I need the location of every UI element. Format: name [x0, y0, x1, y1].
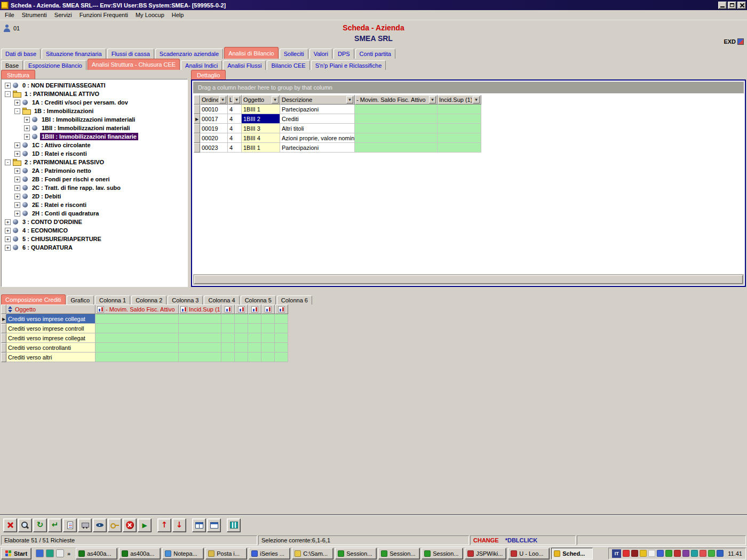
task-session[interactable]: Session... — [422, 548, 463, 559]
tab-colonna-4[interactable]: Colonna 4 — [204, 295, 239, 305]
cell-extra[interactable] — [248, 314, 261, 324]
delete-button[interactable] — [3, 518, 17, 532]
tab-valori[interactable]: Valori — [309, 49, 332, 59]
tray-icon[interactable] — [623, 550, 630, 557]
cell-extra[interactable] — [275, 324, 288, 333]
cell-ordine[interactable]: 00020 — [200, 133, 228, 143]
expand-icon[interactable]: + — [5, 236, 11, 242]
expand-icon[interactable]: + — [24, 117, 30, 123]
cell-extra[interactable] — [261, 343, 275, 353]
arrow-down-button[interactable]: ↓ — [172, 518, 186, 532]
cell-extra[interactable] — [261, 353, 275, 362]
column-header-extra[interactable] — [221, 305, 235, 314]
cell-oggetto[interactable]: 1BIII 4 — [242, 133, 280, 143]
cell-ordine[interactable]: 00023 — [200, 143, 228, 153]
expand-icon[interactable]: + — [5, 83, 11, 89]
filter-dropdown-icon[interactable]: ▼ — [233, 96, 240, 103]
tray-icon[interactable] — [648, 550, 655, 557]
cell-value[interactable] — [179, 314, 221, 324]
cell-extra[interactable] — [235, 353, 248, 362]
tab-analisi-struttura-chiusura-cee[interactable]: Analisi Struttura - Chiusura CEE — [88, 59, 180, 70]
cell-value[interactable] — [179, 333, 221, 343]
tree-item-3[interactable]: +3 : CONTO D'ORDINE — [2, 218, 187, 226]
expand-icon[interactable]: + — [14, 211, 20, 217]
tray-icon[interactable] — [691, 550, 698, 557]
cell-extra[interactable] — [261, 324, 275, 333]
task-c-sam[interactable]: C:\Sam... — [292, 548, 333, 559]
cell-oggetto[interactable]: Crediti verso altri — [6, 353, 96, 362]
tree-item-4[interactable]: +4 : ECONOMICO — [2, 226, 187, 235]
column-header-ordine[interactable]: Ordine▼ — [200, 95, 228, 105]
cell-lv[interactable]: 4 — [228, 124, 242, 133]
tree-item-1biii[interactable]: +1BIII : Immobilizzazioni finanziarie — [2, 132, 187, 141]
tab-esposizione-bilancio[interactable]: Esposizione Bilancio — [24, 60, 86, 70]
refresh-button[interactable]: ↻ — [33, 518, 47, 532]
detail-hscrollbar[interactable] — [193, 274, 744, 285]
menu-help[interactable]: Help — [168, 11, 188, 19]
task-notepa[interactable]: Notepa... — [162, 548, 204, 559]
cell-extra[interactable] — [248, 324, 261, 333]
search-button[interactable] — [18, 518, 32, 532]
cell-extra[interactable] — [235, 324, 248, 333]
expand-icon[interactable]: + — [14, 100, 20, 106]
expand-icon[interactable]: + — [14, 202, 20, 208]
tray-icon[interactable] — [640, 550, 647, 557]
scrollbar-thumb[interactable] — [194, 275, 743, 284]
tab-dati-di-base[interactable]: Dati di base — [1, 49, 41, 59]
collapse-icon[interactable]: - — [14, 108, 20, 114]
cart-button[interactable] — [78, 518, 92, 532]
cell-incid[interactable] — [438, 143, 481, 153]
cell-oggetto[interactable]: 1BIII 1 — [242, 105, 280, 114]
cell-extra[interactable] — [248, 353, 261, 362]
tree-item-2d[interactable]: +2D : Debiti — [2, 192, 187, 201]
cell-descrizione[interactable]: Crediti — [280, 114, 355, 124]
tree-item-2c[interactable]: +2C : Tratt. di fine rapp. lav. subo — [2, 183, 187, 192]
tree-item-1bi[interactable]: +1BI : Immobilizzazioni immateriali — [2, 115, 187, 124]
cell-extra[interactable] — [221, 343, 235, 353]
cell-extra[interactable] — [221, 333, 235, 343]
cell-descrizione[interactable]: Azioni proprie, valore nomin. — [280, 133, 355, 143]
tab-analisi-indici[interactable]: Analisi Indici — [181, 60, 222, 70]
tray-icon[interactable] — [665, 550, 672, 557]
menu-file[interactable]: File — [1, 11, 18, 19]
cell-movim[interactable] — [355, 133, 438, 143]
tab-conti-partita[interactable]: Conti partita — [355, 49, 395, 59]
cell-incid[interactable] — [438, 124, 481, 133]
form-button[interactable] — [63, 518, 77, 532]
task-session[interactable]: Session... — [378, 548, 420, 559]
task-as400a[interactable]: as400a... — [76, 548, 117, 559]
cell-lv[interactable]: 4 — [228, 133, 242, 143]
detail-row[interactable]: 0001041BIII 1Partecipazioni — [194, 105, 481, 114]
task-as400a[interactable]: as400a... — [119, 548, 161, 559]
tree-item-5[interactable]: +5 : CHIUSURE/RIAPERTURE — [2, 235, 187, 243]
tab-colonna-3[interactable]: Colonna 3 — [168, 295, 203, 305]
cell-incid[interactable] — [438, 114, 481, 124]
column-header-oggetto[interactable]: Oggetto▼ — [242, 95, 280, 105]
filter-dropdown-icon[interactable]: ▼ — [219, 96, 226, 103]
cell-descrizione[interactable]: Altri titoli — [280, 124, 355, 133]
composition-row[interactable]: Crediti verso controllanti — [1, 343, 288, 353]
cell-extra[interactable] — [275, 353, 288, 362]
cell-oggetto[interactable]: 1BIII 2 — [242, 114, 280, 124]
tree-item-1[interactable]: -1 : PATRIMONIALE ATTIVO — [2, 90, 187, 98]
run-button[interactable]: ▶ — [138, 518, 152, 532]
cell-value[interactable] — [96, 314, 179, 324]
task-iseries[interactable]: iSeries ... — [249, 548, 290, 559]
cell-extra[interactable] — [221, 353, 235, 362]
tab-analisi-di-bilancio[interactable]: Analisi di Bilancio — [224, 47, 279, 59]
composition-row[interactable]: Crediti verso imprese collegat — [1, 333, 288, 343]
composition-row[interactable]: ▶Crediti verso imprese collegat — [1, 314, 288, 324]
tree-item-2h[interactable]: +2H : Conti di quadratura — [2, 209, 187, 218]
cell-extra[interactable] — [275, 333, 288, 343]
cell-extra[interactable] — [248, 333, 261, 343]
return-button[interactable]: ↵ — [48, 518, 62, 532]
cell-incid[interactable] — [438, 133, 481, 143]
tab-s-n-p-piani-e-riclassifiche[interactable]: S'n'p Piani e Riclassifiche — [311, 60, 386, 70]
task-posta-i[interactable]: Posta i... — [205, 548, 247, 559]
tree-item-2e[interactable]: +2E : Ratei e risconti — [2, 201, 187, 209]
tab-scadenzario-aziendale[interactable]: Scadenzario aziendale — [155, 49, 223, 59]
cell-ordine[interactable]: 00010 — [200, 105, 228, 114]
tab-colonna-6[interactable]: Colonna 6 — [277, 295, 312, 305]
tray-icon[interactable] — [700, 550, 706, 557]
menu-my-loocup[interactable]: My Loocup — [132, 11, 168, 19]
